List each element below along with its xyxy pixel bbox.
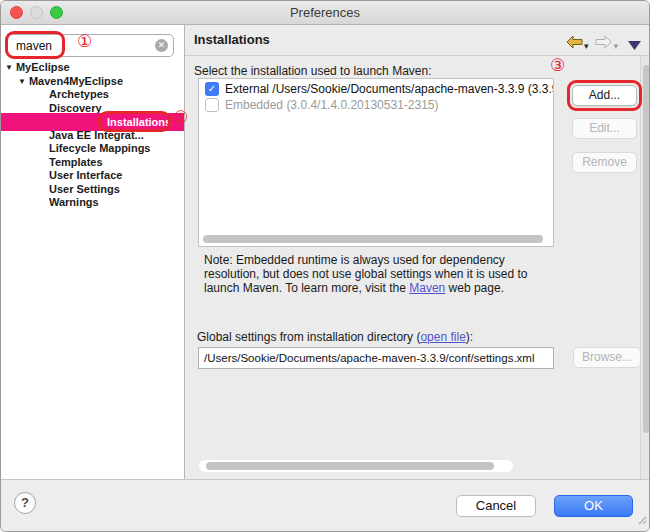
note-line-3-post: web page. — [445, 281, 504, 295]
history-nav: ▾ ▾ — [566, 34, 641, 54]
tree-item-templates[interactable]: Templates — [49, 156, 103, 169]
window-title: Preferences — [1, 1, 649, 24]
tree-item-label: Archetypes — [49, 88, 109, 100]
global-settings-label-pre: Global settings from installation direct… — [197, 330, 420, 344]
list-item-label: External /Users/Sookie/Documents/apache-… — [225, 82, 554, 96]
tree-item-maven4myeclipse[interactable]: ▼Maven4MyEclipse — [18, 75, 123, 88]
panel-horizontal-scrollbar-thumb[interactable] — [206, 462, 494, 470]
page-title: Installations — [194, 32, 270, 47]
preferences-sidebar: maven ✕ ① ▼MyEclipse ▼Maven4MyEclipse Ar… — [1, 25, 185, 482]
tree-item-user-interface[interactable]: User Interface — [49, 169, 122, 182]
back-button[interactable] — [566, 35, 583, 53]
global-settings-label: Global settings from installation direct… — [197, 330, 473, 344]
panel-vertical-scrollbar[interactable] — [640, 56, 650, 482]
settings-path-value: /Users/Sookie/Documents/apache-maven-3.3… — [199, 348, 553, 368]
tree-item-label: Warnings — [49, 196, 99, 208]
header-divider — [185, 55, 650, 56]
maven-link[interactable]: Maven — [409, 281, 445, 295]
tree-item-myeclipse[interactable]: ▼MyEclipse — [5, 61, 70, 74]
note-line-2: resolution, but does not use global sett… — [204, 267, 528, 281]
checkbox-checked-icon[interactable]: ✓ — [205, 82, 219, 96]
close-button[interactable] — [10, 6, 23, 19]
settings-path-field[interactable]: /Users/Sookie/Documents/apache-maven-3.3… — [198, 347, 554, 369]
annotation-box-search — [5, 31, 65, 59]
global-settings-label-post: ): — [466, 330, 473, 344]
tree-item-label: MyEclipse — [16, 61, 70, 73]
annotation-number-1: ① — [77, 33, 92, 50]
resize-grip[interactable] — [636, 511, 647, 529]
help-button[interactable]: ? — [14, 492, 36, 514]
remove-button-disabled: Remove — [572, 152, 637, 173]
dialog-footer: ? Cancel OK — [1, 479, 649, 531]
preferences-window: Preferences maven ✕ ① ▼MyEclipse ▼Maven4… — [0, 0, 650, 532]
forward-dropdown-caret-icon: ▾ — [613, 41, 618, 51]
tree-item-warnings[interactable]: Warnings — [49, 196, 99, 209]
annotation-number-3: ③ — [550, 57, 565, 74]
tree-item-lifecycle-mappings[interactable]: Lifecycle Mappings — [49, 142, 150, 155]
back-dropdown-caret-icon[interactable]: ▾ — [584, 41, 589, 51]
tree-item-label: Maven4MyEclipse — [29, 75, 123, 87]
minimize-button-disabled — [30, 6, 43, 19]
tree-item-label: User Interface — [49, 169, 122, 181]
tree-item-label: Lifecycle Mappings — [49, 142, 150, 154]
panel-vertical-scrollbar-thumb[interactable] — [643, 65, 650, 433]
list-item-embedded[interactable]: Embedded (3.0.4/1.4.0.20130531-2315) — [199, 97, 553, 113]
zoom-button[interactable] — [50, 6, 63, 19]
open-file-link[interactable]: open file — [420, 330, 465, 344]
forward-button-disabled — [595, 35, 612, 53]
disclosure-triangle-icon[interactable]: ▼ — [5, 63, 13, 72]
clear-search-icon[interactable]: ✕ — [155, 39, 168, 52]
list-item-external[interactable]: ✓ External /Users/Sookie/Documents/apach… — [199, 81, 553, 97]
select-installation-label: Select the installation used to launch M… — [194, 64, 431, 78]
note-line-3: launch Maven. To learn more, visit the M… — [204, 281, 528, 295]
browse-button-disabled: Browse... — [573, 347, 641, 368]
annotation-box-add — [567, 80, 642, 111]
tree-item-archetypes[interactable]: Archetypes — [49, 88, 109, 101]
tree-item-label: User Settings — [49, 183, 120, 195]
note-line-1: Note: Embedded runtime is always used fo… — [204, 253, 528, 267]
title-bar: Preferences — [1, 1, 649, 25]
cancel-button[interactable]: Cancel — [456, 495, 536, 517]
list-horizontal-scrollbar[interactable] — [203, 235, 543, 243]
list-item-label: Embedded (3.0.4/1.4.0.20130531-2315) — [225, 98, 439, 112]
checkbox-unchecked-icon[interactable] — [205, 98, 219, 112]
tree-item-label: Templates — [49, 156, 103, 168]
annotation-number-2: ② — [173, 109, 188, 126]
ok-button[interactable]: OK — [554, 495, 633, 517]
tree-item-user-settings[interactable]: User Settings — [49, 183, 120, 196]
installations-panel: Installations ▾ ▾ Select the installatio… — [185, 25, 650, 482]
embedded-runtime-note: Note: Embedded runtime is always used fo… — [204, 253, 528, 295]
annotation-box-installations — [98, 111, 171, 132]
disclosure-triangle-icon[interactable]: ▼ — [18, 77, 26, 86]
view-menu-icon[interactable] — [628, 36, 641, 54]
note-line-3-pre: launch Maven. To learn more, visit the — [204, 281, 409, 295]
edit-button-disabled: Edit... — [572, 118, 637, 139]
panel-horizontal-scrollbar[interactable] — [199, 460, 513, 472]
installation-list: ✓ External /Users/Sookie/Documents/apach… — [198, 78, 554, 247]
